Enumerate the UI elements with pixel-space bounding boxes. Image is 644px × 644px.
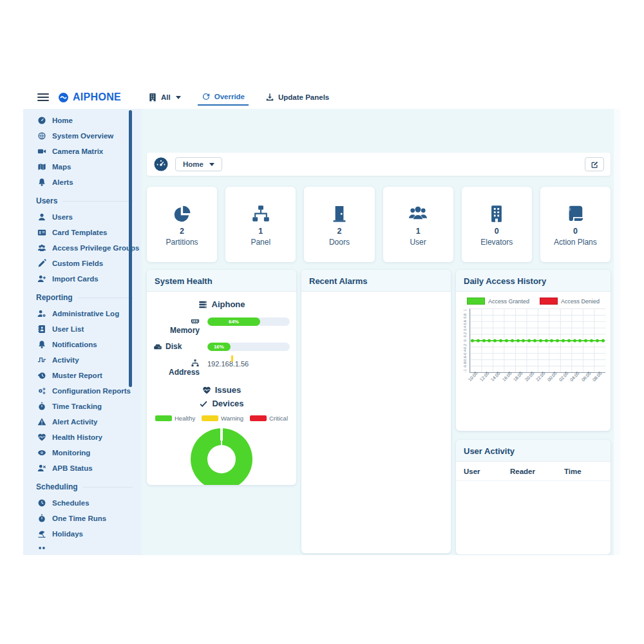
data-point [533, 339, 536, 342]
data-point [584, 339, 587, 342]
sidebar-scrollbar[interactable] [129, 110, 132, 387]
check-icon [199, 399, 208, 408]
top-bar: AIPHONE All Override Update Panels [23, 86, 620, 109]
stat-card-doors[interactable]: 2 Doors [304, 187, 374, 262]
sidebar-item-label: Home [52, 117, 73, 124]
partition-all-dropdown[interactable]: All [148, 93, 181, 102]
stat-card-partitions[interactable]: 2 Partitions [147, 187, 217, 262]
bell-icon [37, 340, 46, 349]
sidebar-item-card-templates[interactable]: Card Templates [23, 225, 142, 240]
sidebar-item-label: Alert Activity [52, 418, 98, 426]
stat-label: Panel [251, 238, 270, 247]
section-title: Reporting [36, 293, 73, 302]
globe-icon [37, 131, 46, 140]
sidebar-item-label: Health History [52, 433, 102, 441]
data-point [522, 339, 525, 342]
stat-card-panel[interactable]: 1 Panel [225, 187, 296, 262]
stat-value: 2 [337, 227, 341, 236]
memory-label: Memory [153, 317, 200, 335]
building-icon [487, 203, 506, 223]
data-point [516, 339, 520, 342]
sidebar-item-label: Configuration Reports [52, 387, 131, 395]
stat-card-elevators[interactable]: 0 Elevators [462, 187, 532, 262]
chart-plot-area [469, 308, 605, 373]
data-point [567, 339, 571, 342]
access-denied-swatch [540, 298, 558, 305]
data-point [482, 339, 486, 342]
sidebar-item-configuration-reports[interactable]: Configuration Reports [23, 383, 142, 399]
stat-value: 0 [495, 227, 499, 236]
sidebar-item-label: Alerts [52, 178, 73, 186]
logo-text: AIPHONE [73, 91, 121, 103]
recent-alarms-panel: Recent Alarms [301, 270, 451, 553]
sidebar-item-system-overview[interactable]: System Overview [23, 128, 142, 144]
sidebar-item-one-time-runs[interactable]: One Time Runs [23, 511, 142, 526]
devices-heading: Devices [153, 399, 290, 408]
data-point [488, 339, 491, 342]
x-axis-labels: 10:0512:0514:0516:0518:0520:0522:0500:05… [469, 375, 605, 394]
sidebar-item-access-privilege-groups[interactable]: Access Privilege Groups [23, 240, 142, 256]
sidebar-item-alerts[interactable]: Alerts [23, 175, 142, 190]
sidebar-item-maps[interactable]: Maps [23, 159, 142, 175]
sitemap-icon [251, 203, 270, 223]
sidebar-item-label: Muster Report [52, 372, 102, 379]
sidebar-item-monitoring[interactable]: Monitoring [23, 445, 142, 460]
sidebar-item-home[interactable]: Home [23, 113, 142, 128]
hamburger-menu-icon[interactable] [37, 93, 49, 101]
data-point [527, 339, 531, 342]
health-panel-name: Aiphone [212, 299, 245, 309]
daily-access-history-panel: Daily Access History Access Granted Acce… [456, 270, 611, 431]
panel-title: System Health [147, 270, 296, 292]
stat-label: Doors [329, 238, 350, 247]
stat-card-action-plans[interactable]: 0 Action Plans [540, 187, 611, 262]
stat-cards-row: 2 Partitions 1 Panel 2 Doors 1 User [147, 187, 611, 262]
sidebar-item-camera-matrix[interactable]: Camera Matrix [23, 144, 142, 159]
sidebar-item-custom-fields[interactable]: Custom Fields [23, 256, 142, 271]
data-point [590, 339, 593, 342]
sidebar-item-muster-report[interactable]: Muster Report [23, 368, 142, 383]
sidebar-item-alert-activity[interactable]: Alert Activity [23, 414, 142, 430]
stat-value: 1 [258, 227, 263, 236]
health-panel-name-row: Aiphone [153, 299, 290, 309]
sidebar-item-label: Maps [52, 163, 71, 171]
sidebar-item-import-cards[interactable]: Import Cards [23, 271, 142, 287]
sidebar-item-label: Users [52, 213, 73, 221]
user-gear-icon [37, 309, 46, 318]
stat-label: Partitions [166, 238, 198, 247]
stat-label: Action Plans [554, 238, 597, 247]
issues-heading: Issues [153, 385, 290, 395]
sidebar-item-time-tracking[interactable]: Time Tracking [23, 399, 142, 414]
sidebar-item-health-history[interactable]: Health History [23, 430, 142, 445]
sidebar-item-apb-status[interactable]: APB Status [23, 460, 142, 476]
sidebar-item-partial[interactable] [23, 542, 142, 555]
data-point [493, 339, 497, 342]
sidebar-item-schedules[interactable]: Schedules [23, 495, 142, 511]
override-button[interactable]: Override [198, 90, 249, 106]
edit-dashboard-button[interactable] [585, 157, 604, 171]
sidebar-item-holidays[interactable]: Holidays [23, 526, 142, 542]
user-x-icon [37, 464, 46, 473]
sidebar-item-notifications[interactable]: Notifications [23, 337, 142, 352]
sidebar-item-administrative-log[interactable]: Administrative Log [23, 306, 142, 321]
sidebar-item-label: Camera Matrix [52, 147, 103, 155]
hard-drive-icon [153, 343, 162, 352]
data-point [499, 339, 502, 342]
stat-card-user[interactable]: 1 User [383, 187, 453, 262]
door-icon [330, 203, 349, 223]
sidebar-item-activity[interactable]: Activity [23, 352, 142, 368]
user-group-icon [37, 243, 46, 252]
sidebar-item-label: System Overview [52, 132, 113, 140]
sidebar-nav: Home System Overview Camera Matrix Maps … [23, 109, 142, 555]
sidebar-item-user-list[interactable]: User List [23, 321, 142, 337]
data-point [601, 339, 605, 342]
sidebar-item-label: Monitoring [52, 449, 90, 457]
aiphone-logo[interactable]: AIPHONE [58, 91, 121, 103]
main-scrollbar-track[interactable] [613, 109, 620, 555]
device-status-legend: Healthy Warning Critical [153, 415, 290, 422]
sidebar-item-users[interactable]: Users [23, 209, 142, 225]
aiphone-logo-mark [58, 92, 69, 103]
sidebar-section-users: Users [23, 190, 142, 209]
breadcrumb-home-dropdown[interactable]: Home [175, 157, 222, 171]
heart-pulse-icon [202, 386, 211, 395]
update-panels-button[interactable]: Update Panels [265, 93, 329, 102]
